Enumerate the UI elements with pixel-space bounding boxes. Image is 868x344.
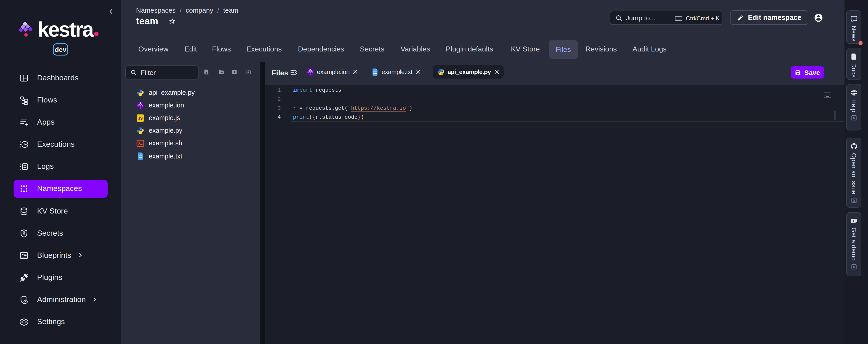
svg-text:JS: JS <box>138 116 143 121</box>
